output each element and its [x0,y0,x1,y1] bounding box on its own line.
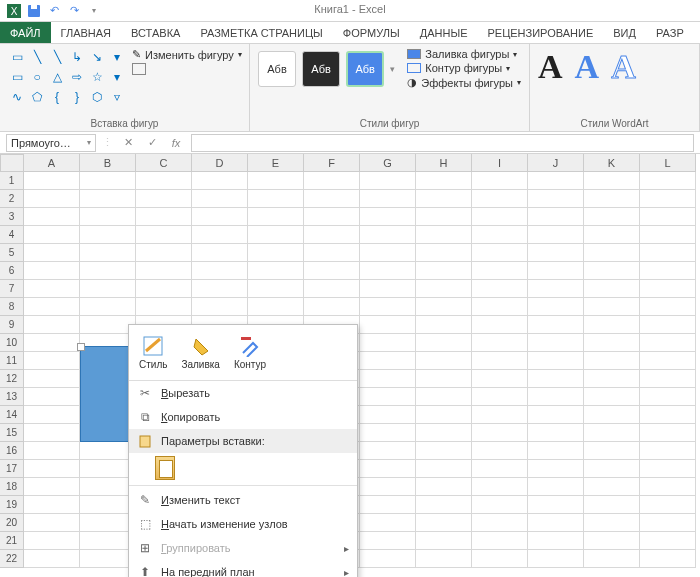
cell[interactable] [24,478,80,496]
undo-icon[interactable]: ↶ [46,3,62,19]
cell[interactable] [472,424,528,442]
cell[interactable] [584,442,640,460]
cell[interactable] [584,334,640,352]
row-header-13[interactable]: 13 [0,388,24,406]
style-preset-3[interactable]: Абв [346,51,384,87]
cell[interactable] [584,352,640,370]
cell[interactable] [528,280,584,298]
cell[interactable] [24,370,80,388]
cell[interactable] [416,244,472,262]
tab-review[interactable]: РЕЦЕНЗИРОВАНИЕ [477,22,603,43]
cell[interactable] [136,172,192,190]
shape-rect-icon[interactable]: ▭ [8,68,26,86]
cell[interactable] [80,226,136,244]
cell[interactable] [640,424,696,442]
row-header-18[interactable]: 18 [0,478,24,496]
save-icon[interactable] [26,3,42,19]
cell[interactable] [584,262,640,280]
cell[interactable] [528,190,584,208]
cell[interactable] [24,280,80,298]
cell[interactable] [80,244,136,262]
cell[interactable] [304,298,360,316]
tab-formulas[interactable]: ФОРМУЛЫ [333,22,410,43]
shape-brace2-icon[interactable]: } [68,88,86,106]
cell[interactable] [472,388,528,406]
cell[interactable] [136,226,192,244]
col-header-K[interactable]: K [584,154,640,172]
cell[interactable] [360,352,416,370]
cell[interactable] [24,550,80,568]
cell[interactable] [416,532,472,550]
cell[interactable] [528,460,584,478]
cell[interactable] [416,208,472,226]
cell[interactable] [416,478,472,496]
cell[interactable] [640,550,696,568]
row-header-15[interactable]: 15 [0,424,24,442]
row-header-6[interactable]: 6 [0,262,24,280]
row-header-1[interactable]: 1 [0,172,24,190]
cell[interactable] [640,334,696,352]
row-header-17[interactable]: 17 [0,460,24,478]
cell[interactable] [24,244,80,262]
shape-line2-icon[interactable]: ╲ [48,48,66,66]
cell[interactable] [416,550,472,568]
cell[interactable] [640,244,696,262]
cell[interactable] [416,316,472,334]
cell[interactable] [528,496,584,514]
cell[interactable] [24,460,80,478]
cell[interactable] [528,514,584,532]
cell[interactable] [584,190,640,208]
row-header-19[interactable]: 19 [0,496,24,514]
cell[interactable] [640,460,696,478]
cell[interactable] [472,460,528,478]
cell[interactable] [472,550,528,568]
col-header-F[interactable]: F [304,154,360,172]
cell[interactable] [80,208,136,226]
cell[interactable] [360,442,416,460]
cell[interactable] [248,226,304,244]
ctx-item-вырезать[interactable]: ✂Вырезать [129,381,357,405]
cell[interactable] [248,244,304,262]
cell[interactable] [584,406,640,424]
col-header-J[interactable]: J [528,154,584,172]
cell[interactable] [24,316,80,334]
ctx-item-изменить-текст[interactable]: ✎Изменить текст [129,488,357,512]
cell[interactable] [304,172,360,190]
row-header-12[interactable]: 12 [0,370,24,388]
cell[interactable] [192,190,248,208]
name-box[interactable]: Прямоуго…▾ [6,134,96,152]
cell[interactable] [416,514,472,532]
row-header-14[interactable]: 14 [0,406,24,424]
cell[interactable] [304,226,360,244]
cell[interactable] [248,190,304,208]
col-header-D[interactable]: D [192,154,248,172]
cell[interactable] [136,298,192,316]
wordart-preset-2[interactable]: А [575,48,600,86]
cell[interactable] [640,496,696,514]
cell[interactable] [304,190,360,208]
cell[interactable] [528,550,584,568]
fx-icon[interactable]: fx [167,137,185,149]
cell[interactable] [80,280,136,298]
mini-style[interactable]: Стиль [139,335,167,370]
cell[interactable] [584,298,640,316]
cell[interactable] [360,370,416,388]
cell[interactable] [360,316,416,334]
cell[interactable] [528,370,584,388]
cell[interactable] [360,460,416,478]
cell[interactable] [528,262,584,280]
col-header-B[interactable]: B [80,154,136,172]
cell[interactable] [584,514,640,532]
cell[interactable] [472,172,528,190]
cell[interactable] [640,316,696,334]
tab-view[interactable]: ВИД [603,22,646,43]
col-header-C[interactable]: C [136,154,192,172]
cell[interactable] [360,262,416,280]
textbox-button[interactable] [132,63,242,75]
shape-brace-icon[interactable]: { [48,88,66,106]
shape-tri-icon[interactable]: △ [48,68,66,86]
cell[interactable] [584,550,640,568]
cell[interactable] [136,262,192,280]
shape-arrow2-icon[interactable]: ⇨ [68,68,86,86]
cell[interactable] [584,172,640,190]
